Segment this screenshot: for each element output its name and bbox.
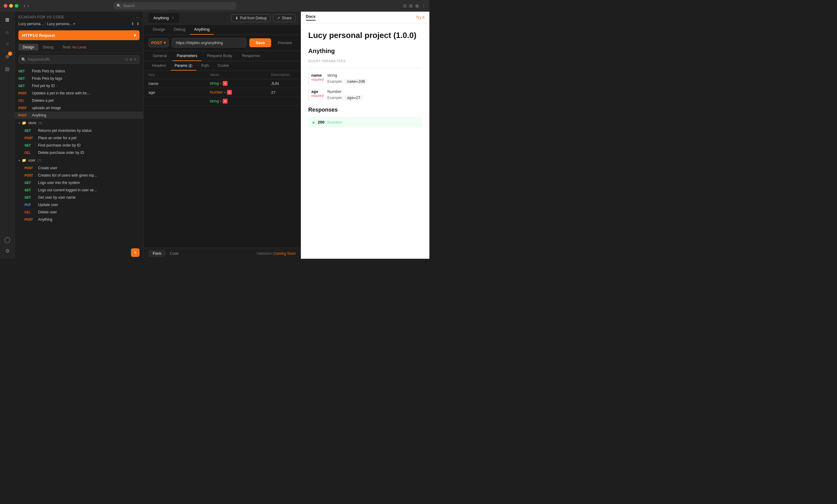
url-input[interactable] <box>172 38 246 48</box>
tree-item[interactable]: GET Finds Pets by status <box>15 68 143 75</box>
tab-close-icon[interactable]: ✕ <box>172 16 174 20</box>
group-store[interactable]: ▾ 📁 store (4) <box>15 119 143 127</box>
tree-item[interactable]: POST Create user <box>15 164 143 172</box>
subtab-cookie[interactable]: Cookie <box>214 61 232 71</box>
subtab-params[interactable]: Params2 <box>171 61 196 71</box>
tab-anything[interactable]: Anything ✕ <box>148 13 179 23</box>
type-clear-icon[interactable]: ✕ <box>227 90 232 95</box>
tab-debug[interactable]: Debug <box>38 44 58 51</box>
cloud-download-icon[interactable]: ⬇ <box>136 21 140 26</box>
item-label: Logs user into the system <box>38 181 140 185</box>
breadcrumb-dropdown-icon[interactable]: ▾ <box>73 22 75 26</box>
tab-design[interactable]: Design <box>148 24 169 35</box>
method-badge: PUT <box>24 203 36 206</box>
tab-parameters[interactable]: Parameters <box>172 51 201 61</box>
main-area: Anything ✕ ⬇ Pull from Debug ↗ Share Des… <box>144 12 301 259</box>
breadcrumb-item-2[interactable]: Lucy persona... <box>47 22 72 26</box>
docs-param-required: required <box>311 94 324 97</box>
params-table-header: Key Value Description <box>144 71 301 79</box>
layout-icon[interactable]: ⊞ <box>409 3 413 8</box>
share-button[interactable]: ↗ Share <box>273 14 296 22</box>
type-chevron-icon[interactable]: ▾ <box>224 91 226 94</box>
back-arrow-icon[interactable]: ‹ <box>24 3 25 8</box>
tree-item[interactable]: DEL Delete user <box>15 209 143 216</box>
sidebar-item-search[interactable]: ⌕ <box>2 26 13 37</box>
sidebar-item-extensions[interactable]: ⊕ 1 <box>2 51 13 62</box>
col-key: Key <box>148 73 210 77</box>
subtab-path[interactable]: Path <box>197 61 213 71</box>
grid-icon[interactable]: ⋮ <box>422 3 426 8</box>
titlebar-right-icons: ⊟ ⊞ ⊠ ⋮ <box>403 3 426 8</box>
filter-icon[interactable]: ⊙ <box>125 57 128 61</box>
subtab-headers[interactable]: Headers <box>148 61 170 71</box>
tab-form[interactable]: Form <box>148 250 166 257</box>
sidebar-item-profile[interactable]: ◯ <box>2 234 13 245</box>
method-badge: GET <box>18 77 30 80</box>
tab-general[interactable]: General <box>148 51 171 61</box>
tree-item[interactable]: DEL Delete purchase order by ID <box>15 149 143 156</box>
group-user[interactable]: ▾ 📁 user (7) <box>15 156 143 164</box>
forward-arrow-icon[interactable]: › <box>27 3 29 8</box>
close-window-btn[interactable] <box>4 4 7 8</box>
global-search-bar[interactable]: 🔍 Search <box>113 2 236 10</box>
tree-item[interactable]: GET Logs out current logged in user se..… <box>15 186 143 194</box>
sidebar-item-settings[interactable]: ⚙ <box>2 245 13 256</box>
tree-item[interactable]: GET Find pet by ID <box>15 82 143 90</box>
tree-item[interactable]: POST Place an order for a pet <box>15 134 143 142</box>
sidebar-item-git[interactable]: ⑂ <box>2 39 13 50</box>
sidebar-toggle-icon[interactable]: ⊟ <box>403 3 407 8</box>
clear-search-icon[interactable]: ✕ <box>134 57 137 61</box>
tab-request-body[interactable]: Request Body <box>203 51 236 61</box>
type-chevron-icon[interactable]: ▾ <box>220 100 221 103</box>
tree-item-active[interactable]: POST Anything <box>15 112 143 119</box>
tree-item[interactable]: PUT Update user <box>15 201 143 209</box>
tree-item[interactable]: DEL Deletes a pet <box>15 97 143 104</box>
tree-item[interactable]: GET Get user by user name <box>15 194 143 201</box>
tree-item[interactable]: GET Finds Pets by tags <box>15 75 143 82</box>
type-chevron-icon[interactable]: ▾ <box>220 82 221 85</box>
pull-from-debug-button[interactable]: ⬇ Pull from Debug <box>231 14 270 22</box>
tab-design[interactable]: Design <box>18 44 38 51</box>
request-btn-chevron: ▾ <box>134 33 136 38</box>
maximize-window-btn[interactable] <box>15 4 18 8</box>
response-row[interactable]: ▶ 200 Success <box>308 117 422 128</box>
sidebar-item-collection[interactable]: ▤ <box>2 63 13 74</box>
tree-search-bar[interactable]: 🔍 ⊙ ⊕ ✕ <box>18 55 140 64</box>
tab-anything-mode[interactable]: Anything <box>190 24 214 35</box>
tree-item[interactable]: GET Logs user into the system <box>15 179 143 186</box>
type-clear-icon[interactable]: ✕ <box>223 81 228 86</box>
cloud-upload-icon[interactable]: ⬆ <box>131 21 134 26</box>
tab-response[interactable]: Response <box>238 51 264 61</box>
tab-tests[interactable]: Tests No Limits <box>58 44 91 51</box>
tree-item[interactable]: POST Anything <box>15 216 143 223</box>
minimize-window-btn[interactable] <box>9 4 13 8</box>
type-clear-icon[interactable]: ✕ <box>223 99 228 104</box>
preview-button[interactable]: Preview <box>274 38 296 47</box>
breadcrumb-item-1[interactable]: Lucy persona... <box>18 22 43 26</box>
http-request-button[interactable]: HTTP1/2 Request ▾ <box>18 30 140 40</box>
tree-item[interactable]: GET Returns pet inventories by status <box>15 127 143 134</box>
docs-param-info: Number Example: age=27 <box>327 89 422 101</box>
tree-menu-icon[interactable]: ··· <box>136 15 140 20</box>
search-input[interactable] <box>28 57 123 61</box>
tree-item[interactable]: POST Creates list of users with given in… <box>15 172 143 179</box>
method-badge: GET <box>18 70 30 73</box>
docs-tab-label[interactable]: Docs <box>306 14 316 20</box>
docs-param-type: string <box>327 73 422 77</box>
split-icon[interactable]: ⊠ <box>415 3 419 8</box>
sidebar-item-layers[interactable]: ⊞ <box>2 14 13 25</box>
docs-param-name-info: name required <box>311 73 324 84</box>
add-request-button[interactable]: + <box>131 248 140 257</box>
tree-item[interactable]: GET Find purchase order by ID <box>15 142 143 149</box>
tree-item[interactable]: POST uploads an image <box>15 104 143 112</box>
method-badge: POST <box>18 92 30 95</box>
sort-icon[interactable]: ⊕ <box>129 57 132 61</box>
try-it-button[interactable]: Try it <box>416 15 425 20</box>
tab-code[interactable]: Code <box>166 250 183 257</box>
tab-debug[interactable]: Debug <box>169 24 190 35</box>
tree-item[interactable]: POST Updates a pet in the store with for… <box>15 90 143 97</box>
method-select[interactable]: POST ▾ <box>148 38 169 47</box>
param-row: string ▾ ✕ <box>144 97 301 106</box>
main-tab-bar: Anything ✕ ⬇ Pull from Debug ↗ Share <box>144 12 301 24</box>
save-button[interactable]: Save <box>249 38 271 47</box>
